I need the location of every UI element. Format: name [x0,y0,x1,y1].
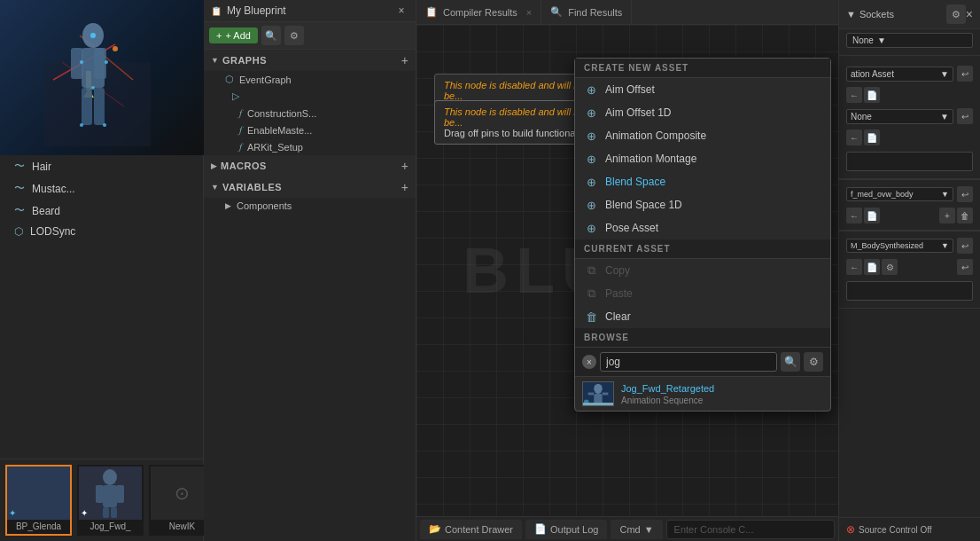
search-button[interactable]: 🔍 [261,26,281,45]
components-item[interactable]: ▶ Components [204,198,416,214]
my-blueprint-title: My Blueprint [227,4,389,17]
svg-rect-9 [94,48,106,79]
none-value: None [851,112,872,122]
context-anim-montage[interactable]: ⊕ Animation Montage [575,147,830,170]
context-menu[interactable]: CREATE NEW ASSET ⊕ Aim Offset ⊕ Aim Offs… [574,58,831,412]
material-gear-icon[interactable]: ⚙ [882,259,898,275]
search-clear-btn[interactable]: × [582,355,596,369]
material-dropdown[interactable]: M_BodySynthesized ▼ [846,239,953,253]
macros-add-icon[interactable]: + [401,159,408,173]
compiler-results-close[interactable]: × [526,7,532,18]
my-blueprint-close[interactable]: × [394,4,408,18]
svg-point-14 [105,60,108,64]
svg-rect-11 [94,88,105,125]
svg-point-17 [103,123,106,127]
anim-asset-dropdown[interactable]: ation Asset ▼ [846,67,953,82]
graphs-section: ▼ GRAPHS + ⬡ EventGraph ▷ [204,50,416,105]
components-trash-icon[interactable]: 🗑 [957,208,973,223]
blend-space-1d-icon: ⊕ [584,198,598,212]
list-item-mustache[interactable]: 〜 Mustac... [0,177,203,200]
lodsync-icon: ⬡ [14,225,23,238]
svg-point-12 [90,33,96,38]
none-dropdown-row: None ▼ ↩ [843,106,976,127]
construction-item[interactable]: 𝑓 ConstructionS... [218,105,416,122]
thumb-jog-fwd[interactable]: ✦ Jog_Fwd_ [77,465,144,536]
browse-settings-icon[interactable]: ⚙ [804,352,823,372]
body-reset-icon[interactable]: ↩ [957,186,973,202]
browse-back-icon-2[interactable]: ← [846,129,862,145]
browse-find-icon[interactable]: 🔍 [781,352,800,372]
input-field-2[interactable] [846,281,973,301]
enable-master-item[interactable]: 𝑓 EnableMaste... [218,122,416,138]
context-blend-space-1d[interactable]: ⊕ Blend Space 1D [575,193,830,216]
material-icon-row: ← 📄 ⚙ ↩ [843,256,976,278]
body-icons: ← 📄 [846,208,880,223]
cmd-tab[interactable]: Cmd ▼ [611,520,662,539]
properties-section-1: ation Asset ▼ ↩ ← 📄 None ▼ ↩ [839,59,980,179]
tab-find-results[interactable]: 🔍 Find Results [541,0,632,24]
arkit-setup-item[interactable]: 𝑓 ARKit_Setup [218,138,416,155]
anim-asset-reset-icon[interactable]: ↩ [957,66,973,82]
console-input-area[interactable]: Enter Console C... [666,520,835,539]
my-blueprint-header: 📋 My Blueprint × [204,0,416,22]
macros-label: MACROS [221,161,267,171]
thumb-bp-glenda[interactable]: ✦ BP_Glenda [5,465,72,536]
variables-section-indent: 𝑓 ConstructionS... 𝑓 EnableMaste... 𝑓 AR… [204,105,416,155]
body-dropdown[interactable]: f_med_ovw_body ▼ [846,187,953,201]
browse-doc-icon-2[interactable]: 📄 [864,129,880,145]
material-doc-icon[interactable]: 📄 [864,259,880,275]
body-doc-icon[interactable]: 📄 [864,208,880,223]
browse-doc-icon-1[interactable]: 📄 [864,87,880,103]
content-drawer-tab[interactable]: 📂 Content Drawer [420,520,522,539]
graphs-subgroup[interactable]: ▷ [204,88,416,105]
list-item-hair[interactable]: 〜 Hair [0,155,203,177]
context-aim-offset-1d[interactable]: ⊕ Aim Offset 1D [575,101,830,124]
context-pose-asset[interactable]: ⊕ Pose Asset [575,216,830,239]
sockets-settings-icon[interactable]: ⚙ [946,4,966,24]
socket-none-row: None ▼ [839,29,980,51]
source-control-row[interactable]: ⊗ Source Control Off [839,518,980,541]
sockets-close-icon[interactable]: × [966,7,973,21]
output-log-tab[interactable]: 📄 Output Log [525,520,607,539]
none-reset-icon[interactable]: ↩ [957,108,973,124]
list-item-beard[interactable]: 〜 Beard [0,200,203,222]
browse-search-input[interactable] [600,352,777,372]
none-chevron: ▼ [940,112,949,122]
variables-add-icon[interactable]: + [401,180,408,194]
add-button[interactable]: + + Add [209,27,258,43]
material-reset-icon[interactable]: ↩ [957,238,973,254]
result-type-1: Animation Sequence [621,396,714,405]
context-clear[interactable]: 🗑 Clear [575,305,830,328]
sidebar-left: 〜 Hair 〜 Mustac... 〜 Beard ⬡ LODSync ✦ [0,0,204,541]
list-item-lodsync[interactable]: ⬡ LODSync [0,222,203,241]
socket-none-dropdown[interactable]: None ▼ [846,33,973,48]
input-field-1[interactable] [846,152,973,171]
context-aim-offset[interactable]: ⊕ Aim Offset [575,78,830,101]
browse-result-jog[interactable]: Jog_Fwd_Retargeted Animation Sequence [575,377,830,411]
right-icon-row-1: ← 📄 [843,84,976,106]
tab-compiler-results[interactable]: 📋 Compiler Results × [416,0,541,24]
browse-back-icon-1[interactable]: ← [846,87,862,103]
cmd-chevron: ▼ [644,524,654,535]
construction-label: ConstructionS... [247,108,316,119]
lodsync-label: LODSync [30,225,75,238]
none-dropdown[interactable]: None ▼ [846,109,953,124]
graphs-header[interactable]: ▼ GRAPHS + [204,50,416,71]
components-plus-icon[interactable]: + [939,208,955,223]
blend-space-1d-label: Blend Space 1D [605,199,682,211]
mustache-icon: 〜 [14,181,25,196]
body-back-icon[interactable]: ← [846,208,862,223]
variables-header[interactable]: ▼ VARIABLES + [204,176,416,198]
socket-dropdown-chevron: ▼ [877,35,886,45]
context-blend-space[interactable]: ⊕ Blend Space [575,170,830,193]
event-graph-item[interactable]: ⬡ EventGraph [204,71,416,88]
aim-offset-1d-icon: ⊕ [584,106,598,120]
thumb-star-2: ✦ [81,508,88,518]
anim-asset-value: ation Asset [851,69,894,79]
material-back-icon[interactable]: ← [846,259,862,275]
macros-header[interactable]: ▶ MACROS + [204,155,416,176]
settings-button[interactable]: ⚙ [284,26,304,45]
material-extra-icon[interactable]: ↩ [957,259,973,275]
graphs-add-icon[interactable]: + [401,53,408,67]
context-anim-composite[interactable]: ⊕ Animation Composite [575,124,830,147]
